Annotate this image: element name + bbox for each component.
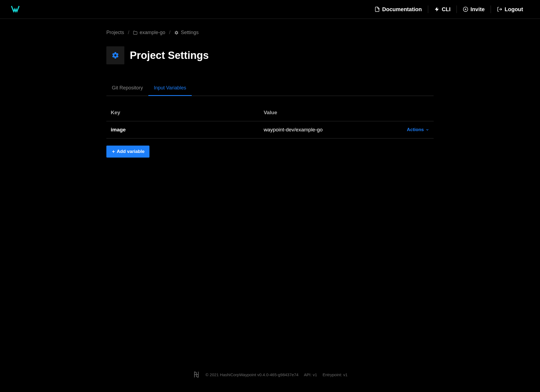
nav-logout[interactable]: Logout: [491, 6, 529, 13]
breadcrumb-settings-label: Settings: [181, 30, 199, 35]
table-header-row: Key Value: [106, 104, 434, 121]
nav-links: Documentation CLI Invite Logout: [368, 5, 529, 13]
breadcrumb-sep: /: [169, 30, 170, 35]
header-value: Value: [264, 110, 397, 116]
footer-copyright: © 2021 HashiCorpWaypoint v0.4.0-465-g984…: [206, 372, 299, 377]
add-variable-label: Add variable: [117, 149, 145, 154]
gear-icon: [112, 52, 119, 59]
breadcrumb-settings[interactable]: Settings: [174, 30, 199, 35]
nav-cli-label: CLI: [442, 6, 451, 13]
folder-icon: [133, 31, 137, 35]
document-icon: [374, 7, 380, 12]
page-title-row: Project Settings: [106, 46, 434, 64]
nav-documentation-label: Documentation: [382, 6, 422, 13]
table-row: image waypoint-dev/example-go Actions: [106, 121, 434, 138]
plus-icon: [111, 149, 116, 154]
header-actions: [397, 110, 429, 116]
nav-invite-label: Invite: [470, 6, 485, 13]
gear-icon: [174, 31, 179, 35]
tab-input-variables[interactable]: Input Variables: [148, 81, 192, 96]
nav-documentation[interactable]: Documentation: [368, 6, 428, 13]
header: Documentation CLI Invite Logout: [0, 0, 540, 19]
header-key: Key: [111, 110, 264, 116]
breadcrumb-project-label: example-go: [140, 30, 165, 35]
page-icon: [106, 46, 124, 64]
add-variable-button[interactable]: Add variable: [106, 146, 149, 158]
bolt-icon: [434, 7, 440, 12]
nav-logout-label: Logout: [505, 6, 523, 13]
cell-value: waypoint-dev/example-go: [264, 127, 397, 133]
hashicorp-icon: [193, 371, 200, 378]
breadcrumb-projects-label: Projects: [106, 30, 124, 35]
nav-invite[interactable]: Invite: [457, 6, 491, 13]
breadcrumb: Projects / example-go / Settings: [106, 30, 434, 35]
breadcrumb-project[interactable]: example-go: [133, 30, 165, 35]
breadcrumb-projects[interactable]: Projects: [106, 30, 124, 35]
actions-dropdown[interactable]: Actions: [407, 127, 429, 132]
cell-key: image: [111, 127, 264, 133]
actions-label: Actions: [407, 127, 424, 132]
logo[interactable]: [11, 5, 20, 14]
nav-cli[interactable]: CLI: [428, 6, 457, 13]
tabs: Git Repository Input Variables: [106, 81, 434, 96]
page-title: Project Settings: [130, 50, 209, 61]
plus-circle-icon: [463, 7, 468, 12]
breadcrumb-sep: /: [128, 30, 129, 35]
footer-entrypoint: Entrypoint: v1: [323, 372, 348, 377]
footer-api: API: v1: [304, 372, 317, 377]
cell-actions: Actions: [397, 127, 429, 132]
variables-table: Key Value image waypoint-dev/example-go …: [106, 104, 434, 138]
footer: © 2021 HashiCorpWaypoint v0.4.0-465-g984…: [0, 363, 540, 392]
chevron-down-icon: [425, 128, 429, 132]
logout-icon: [497, 7, 502, 12]
main: Projects / example-go / Settings Project…: [95, 19, 445, 363]
tab-git-repository[interactable]: Git Repository: [106, 81, 148, 96]
